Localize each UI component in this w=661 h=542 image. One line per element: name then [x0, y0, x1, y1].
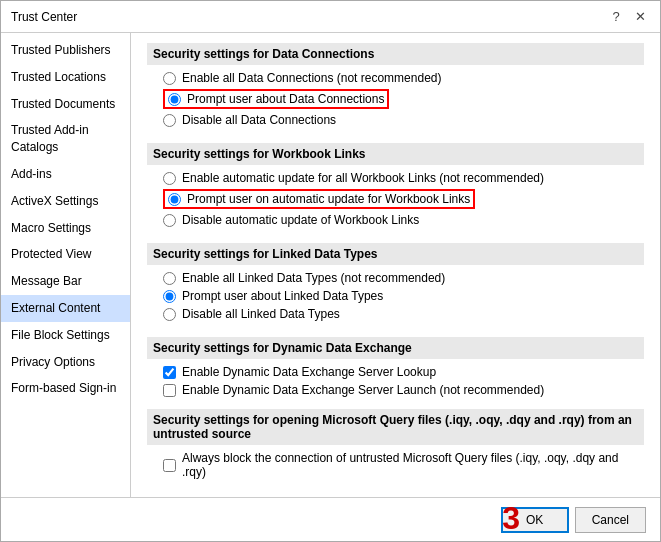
checkbox-dde1[interactable] — [163, 366, 176, 379]
checkbox-item-dde1: Enable Dynamic Data Exchange Server Look… — [163, 365, 644, 379]
dialog-body: Trusted PublishersTrusted LocationsTrust… — [1, 33, 660, 497]
section-data-connections: Security settings for Data ConnectionsEn… — [147, 43, 644, 131]
sidebar-item-8[interactable]: Message Bar — [1, 268, 130, 295]
radio-row-ldt3: Disable all Linked Data Types — [163, 307, 644, 325]
dialog-footer: 3 OK Cancel — [1, 497, 660, 541]
radio-label-dc1: Enable all Data Connections (not recomme… — [182, 71, 441, 85]
radio-group-data-connections: Enable all Data Connections (not recomme… — [147, 71, 644, 131]
radio-group-workbook-links: Enable automatic update for all Workbook… — [147, 171, 644, 231]
title-controls: ? ✕ — [606, 7, 650, 27]
section-header-dynamic-data-exchange: Security settings for Dynamic Data Excha… — [147, 337, 644, 359]
section-header-linked-data-types: Security settings for Linked Data Types — [147, 243, 644, 265]
radio-label-ldt2: Prompt user about Linked Data Types — [182, 289, 383, 303]
radio-row-wl2: Prompt user on automatic update for Work… — [163, 189, 644, 213]
section-header-workbook-links: Security settings for Workbook Links — [147, 143, 644, 165]
checkbox-group-ms-query: Always block the connection of untrusted… — [147, 451, 644, 479]
sidebar-item-9[interactable]: External Content — [1, 295, 130, 322]
sidebar-item-1[interactable]: Trusted Locations — [1, 64, 130, 91]
radio-label-ldt1: Enable all Linked Data Types (not recomm… — [182, 271, 445, 285]
radio-item-wl2: Prompt user on automatic update for Work… — [163, 189, 475, 209]
radio-ldt3[interactable] — [163, 308, 176, 321]
sidebar-item-6[interactable]: Macro Settings — [1, 215, 130, 242]
radio-item-wl3: Disable automatic update of Workbook Lin… — [163, 213, 644, 227]
main-content: Security settings for Data ConnectionsEn… — [131, 33, 660, 497]
radio-row-ldt1: Enable all Linked Data Types (not recomm… — [163, 271, 644, 289]
section-header-data-connections: Security settings for Data Connections — [147, 43, 644, 65]
radio-label-dc3: Disable all Data Connections — [182, 113, 336, 127]
sidebar-item-12[interactable]: Form-based Sign-in — [1, 375, 130, 402]
radio-label-wl2: Prompt user on automatic update for Work… — [187, 192, 470, 206]
radio-dc2[interactable] — [168, 93, 181, 106]
checkbox-item-mq1: Always block the connection of untrusted… — [163, 451, 644, 479]
radio-label-ldt3: Disable all Linked Data Types — [182, 307, 340, 321]
radio-wl3[interactable] — [163, 214, 176, 227]
radio-ldt1[interactable] — [163, 272, 176, 285]
sidebar-item-11[interactable]: Privacy Options — [1, 349, 130, 376]
radio-label-dc2: Prompt user about Data Connections — [187, 92, 384, 106]
radio-ldt2[interactable] — [163, 290, 176, 303]
radio-row-ldt2: Prompt user about Linked Data Types — [163, 289, 644, 307]
checkbox-group-dynamic-data-exchange: Enable Dynamic Data Exchange Server Look… — [147, 365, 644, 397]
close-button[interactable]: ✕ — [630, 7, 650, 27]
radio-group-linked-data-types: Enable all Linked Data Types (not recomm… — [147, 271, 644, 325]
cancel-button[interactable]: Cancel — [575, 507, 646, 533]
sidebar-item-10[interactable]: File Block Settings — [1, 322, 130, 349]
radio-row-dc1: Enable all Data Connections (not recomme… — [163, 71, 644, 89]
radio-label-wl3: Disable automatic update of Workbook Lin… — [182, 213, 419, 227]
radio-row-dc3: Disable all Data Connections — [163, 113, 644, 131]
radio-dc1[interactable] — [163, 72, 176, 85]
sidebar-item-2[interactable]: Trusted Documents — [1, 91, 130, 118]
section-linked-data-types: Security settings for Linked Data TypesE… — [147, 243, 644, 325]
sidebar-item-4[interactable]: Add-ins — [1, 161, 130, 188]
dialog-title: Trust Center — [11, 10, 77, 24]
section-ms-query: Security settings for opening Microsoft … — [147, 409, 644, 479]
radio-item-ldt3: Disable all Linked Data Types — [163, 307, 644, 321]
sidebar-item-7[interactable]: Protected View — [1, 241, 130, 268]
checkbox-label-mq1: Always block the connection of untrusted… — [182, 451, 644, 479]
sidebar: Trusted PublishersTrusted LocationsTrust… — [1, 33, 131, 497]
radio-item-dc1: Enable all Data Connections (not recomme… — [163, 71, 644, 85]
radio-wl1[interactable] — [163, 172, 176, 185]
checkbox-item-dde2: Enable Dynamic Data Exchange Server Laun… — [163, 383, 644, 397]
radio-item-ldt1: Enable all Linked Data Types (not recomm… — [163, 271, 644, 285]
checkbox-mq1[interactable] — [163, 459, 176, 472]
radio-row-dc2: Prompt user about Data Connections1 — [163, 89, 644, 113]
checkbox-label-dde2: Enable Dynamic Data Exchange Server Laun… — [182, 383, 544, 397]
radio-item-dc2: Prompt user about Data Connections — [163, 89, 389, 109]
radio-dc3[interactable] — [163, 114, 176, 127]
radio-label-wl1: Enable automatic update for all Workbook… — [182, 171, 544, 185]
sidebar-item-0[interactable]: Trusted Publishers — [1, 37, 130, 64]
checkbox-dde2[interactable] — [163, 384, 176, 397]
trust-center-dialog: Trust Center ? ✕ Trusted PublishersTrust… — [0, 0, 661, 542]
radio-row-wl1: Enable automatic update for all Workbook… — [163, 171, 644, 189]
sidebar-item-5[interactable]: ActiveX Settings — [1, 188, 130, 215]
section-dynamic-data-exchange: Security settings for Dynamic Data Excha… — [147, 337, 644, 397]
radio-item-ldt2: Prompt user about Linked Data Types — [163, 289, 644, 303]
checkbox-label-dde1: Enable Dynamic Data Exchange Server Look… — [182, 365, 436, 379]
radio-item-wl1: Enable automatic update for all Workbook… — [163, 171, 644, 185]
radio-wl2[interactable] — [168, 193, 181, 206]
radio-item-dc3: Disable all Data Connections — [163, 113, 644, 127]
callout-3: 3 — [502, 500, 520, 537]
sidebar-item-3[interactable]: Trusted Add-in Catalogs — [1, 117, 130, 161]
title-bar: Trust Center ? ✕ — [1, 1, 660, 33]
section-header-ms-query: Security settings for opening Microsoft … — [147, 409, 644, 445]
radio-row-wl3: Disable automatic update of Workbook Lin… — [163, 213, 644, 231]
help-button[interactable]: ? — [606, 7, 626, 27]
section-workbook-links: Security settings for Workbook LinksEnab… — [147, 143, 644, 231]
